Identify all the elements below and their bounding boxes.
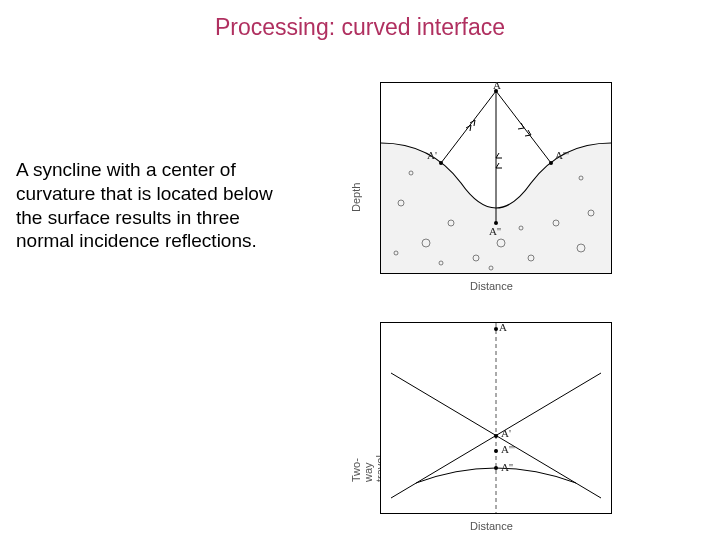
- point-b-A: [494, 327, 498, 331]
- slide: Processing: curved interface A syncline …: [0, 0, 720, 540]
- panel-a-svg: [381, 83, 611, 273]
- panel-b-xlabel: Distance: [470, 520, 513, 532]
- panel-a: A A' A'' A''': [380, 82, 612, 274]
- label-A1: A': [427, 149, 437, 161]
- point-A1: [439, 161, 443, 165]
- panel-a-xlabel: Distance: [470, 280, 513, 292]
- panel-a-ylabel: Depth: [350, 198, 362, 212]
- body-paragraph: A syncline with a center of curvature th…: [16, 158, 296, 253]
- label-b-A1: A': [501, 427, 511, 439]
- point-b-A3: [494, 449, 498, 453]
- label-A2: A'': [489, 225, 501, 237]
- label-b-A2: A'': [501, 461, 513, 473]
- label-A: A: [493, 79, 501, 91]
- panel-b: A A' A''' A'': [380, 322, 612, 514]
- point-b-A1: [494, 434, 498, 438]
- point-A3: [549, 161, 553, 165]
- label-A3: A''': [555, 149, 569, 161]
- slide-title: Processing: curved interface: [0, 14, 720, 41]
- label-b-A: A: [499, 321, 507, 333]
- panel-b-svg: [381, 323, 611, 513]
- point-b-A2: [494, 466, 498, 470]
- label-b-A3: A''': [501, 443, 515, 455]
- figure-stack: (a) Depth: [340, 82, 640, 522]
